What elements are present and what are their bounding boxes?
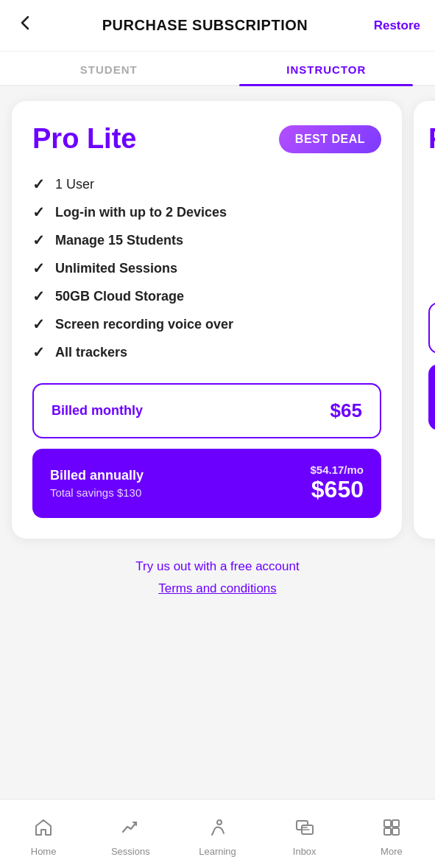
monthly-pricing-button[interactable]: Billed monthly $65 (32, 383, 381, 438)
nav-home[interactable]: Home (0, 799, 87, 868)
page-title: PURCHASE SUBSCRIPTION (41, 17, 369, 34)
feature-item: ✓ 1 User (32, 175, 381, 193)
annual-label: Billed annually (50, 468, 144, 483)
svg-line-1 (212, 832, 213, 835)
annual-savings: Total savings $130 (50, 486, 144, 499)
nav-inbox[interactable]: Inbox (261, 799, 348, 868)
next-card-annual-partial (428, 364, 435, 430)
svg-rect-4 (384, 820, 391, 827)
cards-row: Pro Lite BEST DEAL ✓ 1 User ✓ Log-in wit… (12, 101, 423, 539)
header: PURCHASE SUBSCRIPTION Restore (0, 0, 435, 52)
check-icon: ✓ (32, 287, 45, 305)
svg-rect-5 (392, 820, 399, 827)
bottom-nav: Home Sessions Learning (0, 799, 435, 868)
check-icon: ✓ (32, 175, 45, 193)
tab-student[interactable]: STUDENT (0, 52, 218, 85)
feature-item: ✓ Screen recording voice over (32, 315, 381, 333)
tab-instructor[interactable]: INSTRUCTOR (218, 52, 436, 85)
learning-icon (208, 817, 228, 843)
monthly-label: Billed monthly (52, 403, 143, 419)
inbox-icon (294, 817, 315, 843)
feature-item: ✓ Manage 15 Students (32, 231, 381, 249)
nav-sessions[interactable]: Sessions (87, 799, 174, 868)
svg-rect-6 (384, 828, 391, 835)
check-icon: ✓ (32, 203, 45, 221)
annual-left: Billed annually Total savings $130 (50, 468, 144, 499)
next-card-title-partial: P (428, 123, 435, 155)
check-icon: ✓ (32, 315, 45, 333)
home-icon (33, 817, 54, 843)
annual-price: $650 (311, 476, 364, 503)
back-button[interactable] (15, 13, 41, 38)
nav-learning[interactable]: Learning (174, 799, 261, 868)
nav-inbox-label: Inbox (293, 846, 316, 857)
next-card-pricing-partial (428, 302, 435, 354)
feature-item: ✓ 50GB Cloud Storage (32, 287, 381, 305)
plan-title: Pro Lite (32, 123, 136, 155)
check-icon: ✓ (32, 343, 45, 361)
main-content: Pro Lite BEST DEAL ✓ 1 User ✓ Log-in wit… (0, 86, 435, 687)
feature-item: ✓ All trackers (32, 343, 381, 361)
annual-monthly-rate: $54.17/mo (310, 463, 364, 476)
terms-link[interactable]: Terms and conditions (158, 581, 277, 595)
monthly-price: $65 (330, 399, 362, 422)
more-icon (381, 817, 402, 843)
features-list: ✓ 1 User ✓ Log-in with up to 2 Devices ✓… (32, 175, 381, 361)
tabs-bar: STUDENT INSTRUCTOR (0, 52, 435, 86)
check-icon: ✓ (32, 231, 45, 249)
next-card-partial: P (414, 101, 435, 539)
svg-point-0 (217, 820, 222, 825)
annual-right: $54.17/mo $650 (310, 463, 364, 503)
best-deal-badge: BEST DEAL (279, 125, 381, 153)
pro-lite-card: Pro Lite BEST DEAL ✓ 1 User ✓ Log-in wit… (12, 101, 402, 539)
feature-item: ✓ Unlimited Sessions (32, 259, 381, 277)
nav-home-label: Home (31, 846, 57, 857)
card-header: Pro Lite BEST DEAL (32, 123, 381, 155)
free-account-text: Try us out with a free account (12, 559, 423, 574)
nav-more-label: More (381, 846, 403, 857)
nav-more[interactable]: More (348, 799, 435, 868)
annual-pricing-button[interactable]: Billed annually Total savings $130 $54.1… (32, 449, 381, 518)
sessions-icon (120, 817, 141, 843)
footer-links: Try us out with a free account Terms and… (12, 559, 423, 603)
feature-item: ✓ Log-in with up to 2 Devices (32, 203, 381, 221)
check-icon: ✓ (32, 259, 45, 277)
nav-learning-label: Learning (199, 846, 236, 857)
nav-sessions-label: Sessions (111, 846, 150, 857)
svg-rect-7 (392, 828, 399, 835)
restore-button[interactable]: Restore (369, 18, 420, 33)
